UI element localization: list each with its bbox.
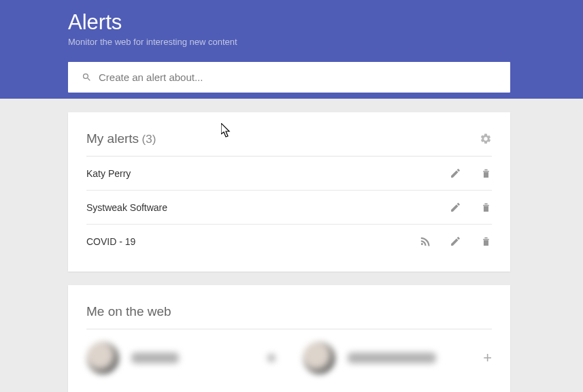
trash-icon[interactable] — [480, 167, 492, 179]
blurred-action — [267, 354, 276, 362]
me-on-web-item[interactable]: + — [303, 342, 492, 374]
my-alerts-count: (3) — [142, 133, 156, 146]
alert-name[interactable]: Katy Perry — [86, 168, 131, 179]
alert-row: Katy Perry — [86, 157, 492, 191]
blurred-name — [131, 353, 179, 363]
edit-icon[interactable] — [450, 235, 461, 247]
page-header: Alerts Monitor the web for interesting n… — [0, 0, 583, 99]
me-on-web-item[interactable] — [86, 342, 276, 374]
settings-gear-icon[interactable] — [480, 133, 492, 145]
alert-row: COVID - 19 — [86, 225, 492, 258]
alert-name[interactable]: COVID - 19 — [86, 236, 135, 247]
alert-name[interactable]: Systweak Software — [86, 202, 167, 213]
alert-row: Systweak Software — [86, 191, 492, 225]
avatar — [303, 342, 335, 374]
create-alert-search-box[interactable] — [68, 62, 510, 93]
rss-icon[interactable] — [419, 235, 431, 247]
avatar — [86, 342, 119, 374]
trash-icon[interactable] — [480, 235, 492, 247]
create-alert-input[interactable] — [99, 71, 497, 83]
edit-icon[interactable] — [450, 167, 461, 179]
page-subtitle: Monitor the web for interesting new cont… — [68, 37, 510, 47]
trash-icon[interactable] — [480, 201, 492, 213]
my-alerts-card: My alerts (3) Katy Perry Systweak Softwa… — [68, 112, 510, 272]
plus-icon[interactable]: + — [483, 349, 492, 367]
page-title: Alerts — [68, 10, 510, 35]
me-on-web-title: Me on the web — [86, 304, 171, 319]
my-alerts-header: My alerts (3) — [86, 131, 492, 157]
my-alerts-title: My alerts — [86, 131, 139, 146]
me-on-web-card: Me on the web + — [68, 285, 510, 392]
edit-icon[interactable] — [450, 201, 461, 213]
blurred-name — [348, 353, 436, 363]
search-icon — [82, 72, 92, 82]
me-on-web-header: Me on the web — [86, 304, 492, 329]
